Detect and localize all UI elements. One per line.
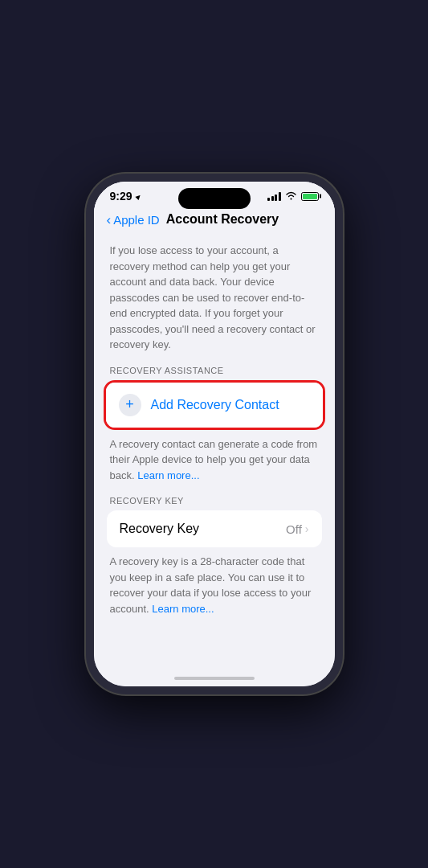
home-bar	[174, 677, 255, 680]
add-recovery-contact-item[interactable]: + Add Recovery Contact	[106, 383, 323, 428]
signal-bars-icon	[267, 192, 281, 201]
add-icon-circle: +	[119, 394, 141, 416]
dynamic-island	[178, 188, 251, 209]
time-display: 9:29	[110, 190, 132, 203]
status-time: 9:29 ▲	[110, 190, 143, 203]
recovery-key-value: Off ›	[286, 522, 308, 536]
recovery-contact-learn-more[interactable]: Learn more...	[137, 469, 199, 481]
location-arrow-icon: ▲	[132, 190, 145, 203]
recovery-key-learn-more[interactable]: Learn more...	[152, 603, 214, 615]
recovery-key-status: Off	[286, 522, 302, 536]
signal-bar-4	[279, 192, 281, 201]
back-button[interactable]: ‹ Apple ID	[107, 213, 160, 227]
home-indicator	[94, 670, 335, 686]
add-recovery-label: Add Recovery Contact	[151, 398, 279, 412]
nav-bar: ‹ Apple ID Account Recovery	[94, 206, 335, 231]
signal-bar-3	[275, 194, 277, 201]
signal-bar-1	[267, 198, 270, 201]
add-recovery-contact-highlight: + Add Recovery Contact	[104, 380, 325, 430]
status-icons	[267, 191, 319, 202]
back-chevron-icon: ‹	[107, 213, 112, 227]
description-text: If you lose access to your account, a re…	[94, 231, 335, 366]
recovery-key-subtext: A recovery key is a 28-character code th…	[94, 547, 335, 629]
section2-label: RECOVERY KEY	[94, 496, 335, 510]
recovery-key-item[interactable]: Recovery Key Off ›	[107, 510, 322, 547]
phone-frame: 9:29 ▲	[86, 174, 343, 694]
recovery-assistance-card: + Add Recovery Contact	[106, 383, 323, 428]
section1-label: RECOVERY ASSISTANCE	[94, 366, 335, 380]
chevron-right-icon: ›	[305, 522, 309, 535]
wifi-icon	[285, 191, 297, 202]
signal-bar-2	[271, 196, 274, 201]
back-label[interactable]: Apple ID	[113, 213, 160, 227]
screen: 9:29 ▲	[94, 182, 335, 686]
battery-fill	[303, 194, 317, 199]
plus-icon: +	[125, 397, 134, 411]
battery-icon	[301, 192, 319, 201]
recovery-key-card: Recovery Key Off ›	[107, 510, 322, 547]
recovery-key-label: Recovery Key	[120, 522, 200, 536]
recovery-contact-subtext: A recovery contact can generate a code f…	[94, 430, 335, 497]
page-title: Account Recovery	[166, 212, 279, 227]
content-area: If you lose access to your account, a re…	[94, 231, 335, 670]
